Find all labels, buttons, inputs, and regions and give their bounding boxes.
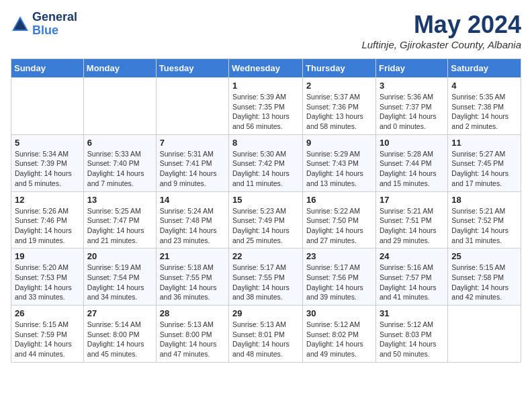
day-info: Sunrise: 5:21 AM Sunset: 7:52 PM Dayligh… <box>451 206 517 246</box>
day-number: 30 <box>306 308 372 318</box>
calendar-cell: 25Sunrise: 5:15 AM Sunset: 7:58 PM Dayli… <box>448 248 521 306</box>
calendar-cell: 15Sunrise: 5:23 AM Sunset: 7:49 PM Dayli… <box>229 191 303 248</box>
calendar-cell: 6Sunrise: 5:33 AM Sunset: 7:40 PM Daylig… <box>83 134 156 191</box>
logo-general-text: General <box>32 11 77 24</box>
weekday-header-tuesday: Tuesday <box>156 59 228 78</box>
weekday-header-monday: Monday <box>83 59 156 78</box>
day-number: 23 <box>306 251 372 261</box>
subtitle: Luftinje, Gjirokaster County, Albania <box>361 39 521 50</box>
day-number: 29 <box>232 308 299 318</box>
day-number: 15 <box>232 195 299 205</box>
calendar-cell: 29Sunrise: 5:13 AM Sunset: 8:01 PM Dayli… <box>229 306 303 363</box>
day-info: Sunrise: 5:17 AM Sunset: 7:56 PM Dayligh… <box>306 263 372 302</box>
day-number: 21 <box>160 251 225 261</box>
calendar-cell: 24Sunrise: 5:16 AM Sunset: 7:57 PM Dayli… <box>375 248 447 306</box>
logo-icon <box>11 15 30 34</box>
day-info: Sunrise: 5:25 AM Sunset: 7:47 PM Dayligh… <box>87 206 152 246</box>
day-info: Sunrise: 5:23 AM Sunset: 7:49 PM Dayligh… <box>232 206 299 246</box>
day-number: 7 <box>160 138 225 148</box>
day-number: 5 <box>15 138 80 148</box>
calendar-cell: 12Sunrise: 5:26 AM Sunset: 7:46 PM Dayli… <box>11 191 84 248</box>
calendar-cell: 8Sunrise: 5:30 AM Sunset: 7:42 PM Daylig… <box>229 134 303 191</box>
day-number: 12 <box>15 195 80 205</box>
day-info: Sunrise: 5:19 AM Sunset: 7:54 PM Dayligh… <box>87 263 152 302</box>
calendar-cell <box>11 78 84 135</box>
day-info: Sunrise: 5:14 AM Sunset: 8:00 PM Dayligh… <box>87 320 152 359</box>
day-info: Sunrise: 5:28 AM Sunset: 7:44 PM Dayligh… <box>380 149 444 189</box>
day-number: 11 <box>451 138 517 148</box>
calendar-cell: 17Sunrise: 5:21 AM Sunset: 7:51 PM Dayli… <box>375 191 447 248</box>
day-number: 9 <box>306 138 372 148</box>
day-info: Sunrise: 5:21 AM Sunset: 7:51 PM Dayligh… <box>380 206 444 246</box>
day-number: 24 <box>380 251 444 261</box>
weekday-header-wednesday: Wednesday <box>229 59 303 78</box>
day-info: Sunrise: 5:17 AM Sunset: 7:55 PM Dayligh… <box>232 263 299 302</box>
weekday-header-friday: Friday <box>375 59 447 78</box>
weekday-header-sunday: Sunday <box>11 59 84 78</box>
calendar-cell: 1Sunrise: 5:39 AM Sunset: 7:35 PM Daylig… <box>229 78 303 135</box>
month-title: May 2024 <box>361 11 521 39</box>
calendar-cell <box>156 78 228 135</box>
day-info: Sunrise: 5:36 AM Sunset: 7:37 PM Dayligh… <box>380 92 444 132</box>
calendar-cell: 22Sunrise: 5:17 AM Sunset: 7:55 PM Dayli… <box>229 248 303 306</box>
day-number: 20 <box>87 251 152 261</box>
day-info: Sunrise: 5:15 AM Sunset: 7:58 PM Dayligh… <box>451 263 517 302</box>
day-info: Sunrise: 5:15 AM Sunset: 7:59 PM Dayligh… <box>15 320 80 359</box>
day-number: 25 <box>451 251 517 261</box>
day-number: 27 <box>87 308 152 318</box>
calendar-cell: 5Sunrise: 5:34 AM Sunset: 7:39 PM Daylig… <box>11 134 84 191</box>
calendar-cell: 30Sunrise: 5:12 AM Sunset: 8:02 PM Dayli… <box>303 306 376 363</box>
day-number: 13 <box>87 195 152 205</box>
logo-blue-text: Blue <box>32 24 77 38</box>
day-number: 8 <box>232 138 299 148</box>
calendar-week-row: 5Sunrise: 5:34 AM Sunset: 7:39 PM Daylig… <box>11 134 521 191</box>
calendar-cell: 21Sunrise: 5:18 AM Sunset: 7:55 PM Dayli… <box>156 248 228 306</box>
day-number: 1 <box>232 81 299 91</box>
calendar-cell: 11Sunrise: 5:27 AM Sunset: 7:45 PM Dayli… <box>448 134 521 191</box>
calendar-cell: 19Sunrise: 5:20 AM Sunset: 7:53 PM Dayli… <box>11 248 84 306</box>
calendar-cell: 23Sunrise: 5:17 AM Sunset: 7:56 PM Dayli… <box>303 248 376 306</box>
day-info: Sunrise: 5:12 AM Sunset: 8:03 PM Dayligh… <box>380 320 444 359</box>
weekday-header-saturday: Saturday <box>448 59 521 78</box>
day-info: Sunrise: 5:24 AM Sunset: 7:48 PM Dayligh… <box>160 206 225 246</box>
calendar-cell: 20Sunrise: 5:19 AM Sunset: 7:54 PM Dayli… <box>83 248 156 306</box>
calendar-week-row: 26Sunrise: 5:15 AM Sunset: 7:59 PM Dayli… <box>11 306 521 363</box>
calendar-cell: 3Sunrise: 5:36 AM Sunset: 7:37 PM Daylig… <box>375 78 447 135</box>
calendar-cell: 9Sunrise: 5:29 AM Sunset: 7:43 PM Daylig… <box>303 134 376 191</box>
calendar-week-row: 12Sunrise: 5:26 AM Sunset: 7:46 PM Dayli… <box>11 191 521 248</box>
day-info: Sunrise: 5:16 AM Sunset: 7:57 PM Dayligh… <box>380 263 444 302</box>
day-number: 10 <box>380 138 444 148</box>
day-info: Sunrise: 5:27 AM Sunset: 7:45 PM Dayligh… <box>451 149 517 189</box>
day-info: Sunrise: 5:35 AM Sunset: 7:38 PM Dayligh… <box>451 92 517 132</box>
calendar-week-row: 1Sunrise: 5:39 AM Sunset: 7:35 PM Daylig… <box>11 78 521 135</box>
day-info: Sunrise: 5:30 AM Sunset: 7:42 PM Dayligh… <box>232 149 299 189</box>
calendar-cell: 27Sunrise: 5:14 AM Sunset: 8:00 PM Dayli… <box>83 306 156 363</box>
day-number: 28 <box>160 308 225 318</box>
day-number: 14 <box>160 195 225 205</box>
calendar-week-row: 19Sunrise: 5:20 AM Sunset: 7:53 PM Dayli… <box>11 248 521 306</box>
day-number: 18 <box>451 195 517 205</box>
day-info: Sunrise: 5:18 AM Sunset: 7:55 PM Dayligh… <box>160 263 225 302</box>
day-number: 17 <box>380 195 444 205</box>
calendar-cell <box>448 306 521 363</box>
calendar-cell: 4Sunrise: 5:35 AM Sunset: 7:38 PM Daylig… <box>448 78 521 135</box>
day-info: Sunrise: 5:31 AM Sunset: 7:41 PM Dayligh… <box>160 149 225 189</box>
day-info: Sunrise: 5:37 AM Sunset: 7:36 PM Dayligh… <box>306 92 372 132</box>
day-number: 6 <box>87 138 152 148</box>
day-info: Sunrise: 5:20 AM Sunset: 7:53 PM Dayligh… <box>15 263 80 302</box>
day-info: Sunrise: 5:29 AM Sunset: 7:43 PM Dayligh… <box>306 149 372 189</box>
calendar-cell: 18Sunrise: 5:21 AM Sunset: 7:52 PM Dayli… <box>448 191 521 248</box>
calendar-cell <box>83 78 156 135</box>
page-header: General Blue May 2024 Luftinje, Gjirokas… <box>11 11 521 50</box>
day-number: 4 <box>451 81 517 91</box>
day-info: Sunrise: 5:33 AM Sunset: 7:40 PM Dayligh… <box>87 149 152 189</box>
calendar-table: SundayMondayTuesdayWednesdayThursdayFrid… <box>11 58 521 363</box>
day-number: 19 <box>15 251 80 261</box>
title-block: May 2024 Luftinje, Gjirokaster County, A… <box>361 11 521 50</box>
calendar-cell: 26Sunrise: 5:15 AM Sunset: 7:59 PM Dayli… <box>11 306 84 363</box>
day-info: Sunrise: 5:22 AM Sunset: 7:50 PM Dayligh… <box>306 206 372 246</box>
calendar-cell: 14Sunrise: 5:24 AM Sunset: 7:48 PM Dayli… <box>156 191 228 248</box>
day-info: Sunrise: 5:34 AM Sunset: 7:39 PM Dayligh… <box>15 149 80 189</box>
calendar-cell: 7Sunrise: 5:31 AM Sunset: 7:41 PM Daylig… <box>156 134 228 191</box>
day-number: 16 <box>306 195 372 205</box>
